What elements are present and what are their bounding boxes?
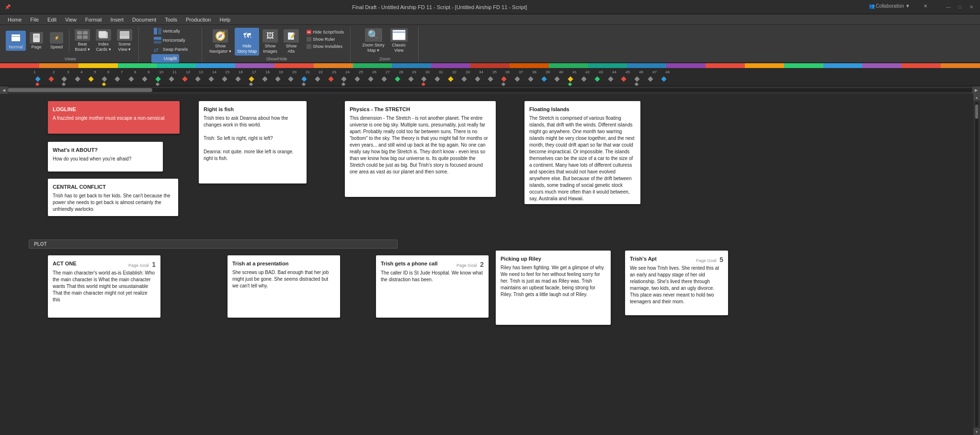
speed-icon: ⚡ xyxy=(50,32,63,44)
page-view-button[interactable]: Page xyxy=(27,31,46,51)
trish-presentation-card[interactable]: Trish at a presentation She screws up BA… xyxy=(228,255,340,318)
images-icon: 🖼 xyxy=(262,29,278,43)
split-horizontally-button[interactable]: Horizontally xyxy=(151,36,188,45)
timeline: 1 2 3 4 5 6 7 8 9 10 11 12 13 14 15 16 1… xyxy=(0,63,980,86)
classic-view-icon xyxy=(390,28,408,42)
trish-phone-call-card[interactable]: Trish gets a phone call Page Goal 2 The … xyxy=(376,255,489,318)
whats-about-title: What's it ABOUT? xyxy=(53,147,158,154)
svg-rect-24 xyxy=(393,30,405,40)
menubar: Home File Edit View Format Insert Docume… xyxy=(0,14,980,25)
svg-rect-0 xyxy=(11,34,20,41)
picking-up-riley-card[interactable]: Picking up Riley Riley has been fighting… xyxy=(496,251,611,325)
show-ruler-button[interactable]: Show Ruler xyxy=(304,36,346,43)
central-conflict-card[interactable]: CENTRAL CONFLICT Trish has to get back t… xyxy=(48,179,178,216)
hide-story-map-button[interactable]: 🗺 HideStory Map xyxy=(235,28,259,56)
index-cards-button[interactable]: IndexCards ▾ xyxy=(93,28,114,54)
main-content: ▲ ▼ LOGLINE A frazzled single mother mus… xyxy=(0,94,980,435)
floating-islands-title: Floating Islands xyxy=(529,106,636,113)
pin-button[interactable]: 📌 xyxy=(5,4,11,10)
show-navigator-button[interactable]: 🧭 ShowNavigator ▾ xyxy=(207,28,234,56)
show-alts-button[interactable]: 📝 ShowAlts xyxy=(281,28,301,56)
trishs-apt-page-goal: Page Goal 5 xyxy=(696,255,723,265)
zoom-group: 🔍 Zoom StoryMap ▾ ClassicView Zoom xyxy=(352,27,419,62)
show-invisibles-button[interactable]: Show Invisibles xyxy=(304,43,346,50)
trishs-apt-content: We see how Trish lives. She rented this … xyxy=(630,265,723,305)
floating-islands-card[interactable]: Floating Islands The Stretch is comprise… xyxy=(524,101,640,204)
trish-presentation-content: She screws up BAD. Bad enough that her j… xyxy=(232,269,335,289)
scroll-up-button[interactable]: ▲ xyxy=(973,94,980,101)
physics-stretch-card[interactable]: Physics - The STRETCH This dimension - T… xyxy=(345,101,496,197)
scroll-right-button[interactable]: ▶ xyxy=(972,86,980,94)
show-images-button[interactable]: 🖼 ShowImages xyxy=(260,28,280,56)
menu-view[interactable]: View xyxy=(61,16,80,23)
scroll-track xyxy=(8,88,972,92)
svg-rect-5 xyxy=(77,31,82,34)
minimize-button[interactable]: — xyxy=(945,3,952,11)
close-button[interactable]: ✕ xyxy=(968,3,975,11)
maximize-button[interactable]: □ xyxy=(956,3,964,11)
zoom-story-map-button[interactable]: 🔍 Zoom StoryMap ▾ xyxy=(360,27,387,55)
hide-scripttools-button[interactable]: Hide ScriptTools xyxy=(304,29,346,35)
act-one-card[interactable]: ACT ONE Page Goal 1 The main character's… xyxy=(48,255,160,318)
picking-up-riley-title: Picking up Riley xyxy=(501,255,606,263)
scroll-left-button[interactable]: ◀ xyxy=(0,86,8,94)
svg-rect-14 xyxy=(154,28,157,34)
app-title: Final Draft - Untitled Airship FD 11 - S… xyxy=(352,4,527,10)
menu-home[interactable]: Home xyxy=(4,16,25,23)
story-map-icon: 🗺 xyxy=(239,29,255,43)
beat-board-button[interactable]: BeatBoard ▾ xyxy=(72,28,92,54)
svg-rect-15 xyxy=(158,28,161,34)
physics-stretch-content: This dimension - The Stretch - is not an… xyxy=(350,115,491,175)
trish-phone-call-title: Trish gets a phone call xyxy=(381,260,438,267)
picking-up-riley-content: Riley has been fighting. We get a glimps… xyxy=(501,264,606,298)
menu-edit[interactable]: Edit xyxy=(44,16,60,23)
menu-file[interactable]: File xyxy=(26,16,43,23)
floating-islands-content: The Stretch is comprised of various floa… xyxy=(529,115,636,202)
page-icon xyxy=(30,32,43,44)
navigator-icon: 🧭 xyxy=(213,29,228,43)
menu-help[interactable]: Help xyxy=(216,16,234,23)
act-one-content: The main character's world as-is Establi… xyxy=(53,270,156,303)
menu-tools[interactable]: Tools xyxy=(161,16,181,23)
split-vertically-button[interactable]: Vertically xyxy=(151,27,182,35)
trish-presentation-title: Trish at a presentation xyxy=(232,260,335,267)
scroll-down-button[interactable]: ▼ xyxy=(973,428,980,435)
classic-view-button[interactable]: ClassicView xyxy=(388,27,410,55)
svg-text:⇄: ⇄ xyxy=(154,46,159,53)
show-hide-group: 🧭 ShowNavigator ▾ 🗺 HideStory Map 🖼 Show… xyxy=(203,27,351,62)
vertical-scrollbar[interactable]: ▲ ▼ xyxy=(973,94,980,435)
physics-stretch-title: Physics - The STRETCH xyxy=(350,106,491,113)
menu-format[interactable]: Format xyxy=(81,16,106,23)
collab-area: 👥 Collaboration ▼ xyxy=(869,3,910,11)
beat-board-icon xyxy=(75,29,90,41)
scene-view-icon xyxy=(117,29,132,41)
vscroll-thumb[interactable] xyxy=(975,104,978,119)
menu-document[interactable]: Document xyxy=(128,16,160,23)
world-section: LOGLINE A frazzled single mother must es… xyxy=(0,94,980,238)
svg-rect-16 xyxy=(154,37,161,40)
views-group: Normal Page ⚡ Speed BeatBoard ▾ xyxy=(2,27,139,62)
swap-panels-button[interactable]: ⇄ Swap Panels xyxy=(151,45,191,54)
whats-about-content: How do you lead when you're afraid? xyxy=(53,156,158,162)
scene-view-button[interactable]: SceneView ▾ xyxy=(114,28,135,54)
svg-rect-22 xyxy=(307,44,311,49)
svg-rect-6 xyxy=(83,31,88,34)
close-collab-button[interactable]: ✕ xyxy=(923,3,927,11)
central-conflict-content: Trish has to get back to her kids. She c… xyxy=(53,193,173,213)
logline-content: A frazzled single mother must escape a n… xyxy=(53,115,175,122)
normal-view-button[interactable]: Normal xyxy=(6,31,26,51)
whats-about-card[interactable]: What's it ABOUT? How do you lead when yo… xyxy=(48,142,163,172)
right-is-fish-title: Right is fish xyxy=(204,106,302,113)
vscroll-track xyxy=(975,102,978,427)
trishs-apt-card[interactable]: Trish's Apt Page Goal 5 We see how Trish… xyxy=(625,251,728,315)
right-is-fish-card[interactable]: Right is fish Trish tries to ask Deanna … xyxy=(199,101,307,183)
act-one-page-goal: Page Goal 1 xyxy=(128,260,156,270)
menu-insert[interactable]: Insert xyxy=(107,16,128,23)
horizontal-scrollbar[interactable]: ◀ ▶ xyxy=(0,86,980,94)
right-is-fish-content: Trish tries to ask Deanna about how the … xyxy=(204,115,302,162)
menu-production[interactable]: Production xyxy=(182,16,215,23)
speed-view-button[interactable]: ⚡ Speed xyxy=(47,31,66,51)
scroll-thumb[interactable] xyxy=(8,88,152,92)
logline-card[interactable]: LOGLINE A frazzled single mother must es… xyxy=(48,101,180,134)
act-one-title: ACT ONE xyxy=(53,260,77,267)
